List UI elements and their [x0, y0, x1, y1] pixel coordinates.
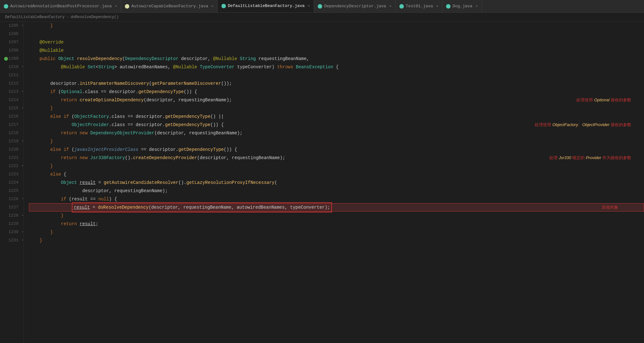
fold-icon-1213: ▾ — [22, 88, 24, 96]
line-1225: 1225 — [0, 187, 21, 195]
code-text-1213: if (Optional.class == descriptor.getDepe… — [29, 88, 197, 96]
tab-label-dependency: DependencyDescriptor.java — [324, 4, 386, 9]
line-1228: 1228▾ — [0, 212, 21, 220]
comment-1217: 处理使用 ObjectFactory、ObjectProvider 接收的参数 — [535, 121, 631, 129]
breadcrumb: DefaultListableBeanFactory › doResolveDe… — [0, 13, 644, 22]
tab-icon-dog — [446, 4, 451, 9]
code-text-1227: result = doResolveDependency(descriptor,… — [29, 202, 332, 212]
code-text-1220: else if (javaxInjectProviderClass == des… — [29, 145, 237, 154]
tab-label-dog: Dog.java — [452, 4, 472, 9]
tab-close-defaultlistable[interactable]: × — [308, 4, 310, 8]
fold-icon-1228: ▾ — [22, 212, 24, 220]
code-text-1217: ObjectProvider.class == descriptor.getDe… — [29, 121, 224, 129]
tab-icon-test01 — [399, 4, 404, 9]
code-line-1216: else if (ObjectFactory.class == descript… — [29, 112, 644, 121]
code-line-1217: ObjectProvider.class == descriptor.getDe… — [29, 121, 644, 129]
code-text-1222: } — [29, 162, 53, 170]
code-line-1218: return new DependencyObjectProvider(desc… — [29, 129, 644, 137]
line-1212: 1212 — [0, 79, 21, 88]
code-text-1212: descriptor.initParameterNameDiscovery(ge… — [29, 79, 232, 88]
tab-close-autowired[interactable]: × — [115, 4, 117, 8]
code-text-1228: } — [29, 212, 64, 220]
code-line-1231: } — [29, 236, 644, 245]
line-1224: 1224 — [0, 178, 21, 187]
line-1221: 1221 — [0, 154, 21, 162]
line-1205: 1205▾ — [0, 22, 21, 30]
code-area: 1205▾ 1206 1207 1208 1209 ↑ 1210▾ 1211 1… — [0, 22, 644, 343]
execution-arrow-1209: ↑ — [6, 55, 8, 63]
comment-1221: 处理 Jsr330 规定的 Provider 作为接收的参数 — [549, 154, 631, 162]
code-text-1218: return new DependencyObjectProvider(desc… — [29, 129, 242, 137]
code-line-1225: descriptor, requestingBeanName); — [29, 187, 644, 195]
tab-bar: AutowiredAnnotationBeanPostProcessor.jav… — [0, 0, 644, 13]
line-1206: 1206 — [0, 30, 21, 38]
tab-dependency[interactable]: DependencyDescriptor.java × — [314, 0, 396, 12]
line-1219: 1219▾ — [0, 137, 21, 145]
line-1227: 1227 — [0, 203, 21, 212]
line-1207: 1207 — [0, 38, 21, 46]
tab-icon-defaultlistable — [221, 4, 226, 8]
code-line-1224: Object result = getAutowireCandidateReso… — [29, 178, 644, 187]
tab-dog[interactable]: Dog.java × — [442, 0, 482, 12]
tab-icon-dependency — [318, 4, 322, 9]
tab-autowireable[interactable]: AutowireCapableBeanFactory.java × — [121, 0, 217, 12]
tab-close-dependency[interactable]: × — [389, 4, 391, 8]
code-text-1205: } — [29, 22, 53, 30]
line-1216: 1216 — [0, 112, 21, 121]
line-1214: 1214 — [0, 96, 21, 104]
comment-1214: 处理使用 Optional 接收的参数 — [576, 96, 631, 104]
code-line-1214: return createOptionalDependency(descript… — [29, 96, 644, 104]
line-1211: 1211 — [0, 71, 21, 79]
code-line-1210: @Nullable Set<String> autowiredBeanNames… — [29, 63, 644, 71]
red-box-highlight: result = doResolveDependency(descriptor,… — [72, 202, 332, 212]
line-1213: 1213▾ — [0, 88, 21, 96]
code-text-1209: public Object resolveDependency(Dependen… — [29, 55, 309, 63]
code-text-1210: @Nullable Set<String> autowiredBeanNames… — [29, 63, 339, 71]
code-text-1223: else { — [29, 170, 66, 178]
comment-1227: 其他对象 — [602, 203, 618, 212]
line-1230: 1230▾ — [0, 228, 21, 236]
breadcrumb-separator: › — [66, 15, 69, 19]
code-line-1221: return new Jsr330Factory().createDepende… — [29, 154, 644, 162]
tab-close-autowireable[interactable]: × — [211, 4, 214, 8]
line-1209: 1209 ↑ — [0, 55, 21, 63]
fold-icon-1231: ▾ — [22, 236, 24, 245]
line-1208: 1208 — [0, 46, 21, 55]
code-line-1220: else if (javaxInjectProviderClass == des… — [29, 145, 644, 154]
tab-icon-autowireable — [125, 4, 129, 9]
fold-icon-1215: ▾ — [22, 104, 24, 112]
code-text-1231: } — [29, 236, 42, 245]
tab-close-test01[interactable]: × — [436, 4, 438, 8]
line-1226: 1226▾ — [0, 195, 21, 203]
code-line-1209: public Object resolveDependency(Dependen… — [29, 55, 644, 63]
code-text-1214: return createOptionalDependency(descript… — [29, 96, 232, 104]
fold-icon-1219: ▾ — [22, 137, 24, 145]
line-numbers: 1205▾ 1206 1207 1208 1209 ↑ 1210▾ 1211 1… — [0, 22, 24, 343]
code-text-1216: else if (ObjectFactory.class == descript… — [29, 112, 224, 121]
code-line-1227: result = doResolveDependency(descriptor,… — [29, 203, 644, 212]
code-line-1206 — [29, 30, 644, 38]
code-content: } @Override @Nullable public Object reso… — [24, 22, 644, 343]
fold-icon-1222: ▾ — [22, 162, 24, 170]
code-line-1229: return result; — [29, 220, 644, 228]
line-1222: 1222▾ — [0, 162, 21, 170]
breadcrumb-method: doResolveDependency() — [71, 15, 119, 19]
tab-test01[interactable]: Test01.java × — [396, 0, 442, 12]
code-line-1212: descriptor.initParameterNameDiscovery(ge… — [29, 79, 644, 88]
code-line-1208: @Nullable — [29, 46, 644, 55]
code-text-1224: Object result = getAutowireCandidateReso… — [29, 178, 277, 187]
line-1217: 1217 — [0, 121, 21, 129]
code-line-1230: } — [29, 228, 644, 236]
tab-label-test01: Test01.java — [406, 4, 433, 9]
tab-close-dog[interactable]: × — [476, 4, 478, 8]
code-line-1207: @Override — [29, 38, 644, 46]
tab-autowired[interactable]: AutowiredAnnotationBeanPostProcessor.jav… — [0, 0, 121, 12]
code-line-1219: } — [29, 137, 644, 145]
code-line-1211 — [29, 71, 644, 79]
tab-defaultlistable[interactable]: DefaultListableBeanFactory.java × — [218, 0, 314, 12]
line-1229: 1229 — [0, 220, 21, 228]
line-1210: 1210▾ — [0, 63, 21, 71]
code-line-1215: } — [29, 104, 644, 112]
line-1215: 1215▾ — [0, 104, 21, 112]
breadcrumb-class: DefaultListableBeanFactory — [5, 15, 64, 19]
